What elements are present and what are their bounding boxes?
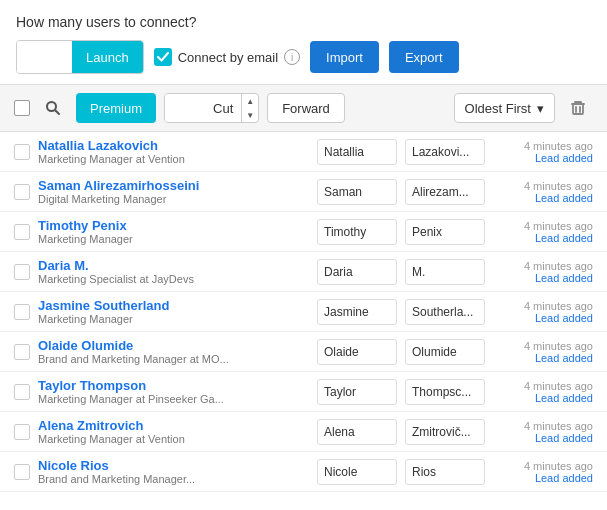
row-checkbox-6[interactable] — [14, 384, 30, 400]
time-ago-5: 4 minutes ago — [493, 340, 593, 352]
last-name-input-2[interactable] — [405, 219, 485, 245]
lead-status-2: Lead added — [493, 232, 593, 244]
lead-status-8: Lead added — [493, 472, 593, 484]
cut-down-arrow[interactable]: ▼ — [242, 108, 258, 122]
first-name-input-1[interactable] — [317, 179, 397, 205]
time-section-2: 4 minutes ago Lead added — [493, 220, 593, 244]
last-name-input-0[interactable] — [405, 139, 485, 165]
time-ago-8: 4 minutes ago — [493, 460, 593, 472]
svg-line-1 — [56, 111, 60, 115]
sort-dropdown[interactable]: Oldest First ▾ — [454, 93, 555, 123]
person-info-8: Nicole Rios Brand and Marketing Manager.… — [38, 458, 309, 485]
first-name-input-0[interactable] — [317, 139, 397, 165]
svg-point-0 — [47, 102, 56, 111]
first-name-input-6[interactable] — [317, 379, 397, 405]
person-name-5[interactable]: Olaide Olumide — [38, 338, 309, 353]
person-name-4[interactable]: Jasmine Southerland — [38, 298, 309, 313]
first-name-input-8[interactable] — [317, 459, 397, 485]
time-ago-0: 4 minutes ago — [493, 140, 593, 152]
time-section-7: 4 minutes ago Lead added — [493, 420, 593, 444]
person-role-3: Marketing Specialist at JayDevs — [38, 273, 309, 285]
delete-button[interactable] — [563, 93, 593, 123]
row-checkbox-4[interactable] — [14, 304, 30, 320]
person-name-1[interactable]: Saman Alirezamirhosseini — [38, 178, 309, 193]
list-item: Timothy Penix Marketing Manager 4 minute… — [0, 212, 607, 252]
lead-status-7: Lead added — [493, 432, 593, 444]
export-button[interactable]: Export — [389, 41, 459, 73]
person-name-8[interactable]: Nicole Rios — [38, 458, 309, 473]
row-checkbox-7[interactable] — [14, 424, 30, 440]
time-ago-6: 4 minutes ago — [493, 380, 593, 392]
connect-email-checkbox[interactable] — [154, 48, 172, 66]
first-name-input-7[interactable] — [317, 419, 397, 445]
launch-button[interactable]: Launch — [72, 41, 143, 73]
list-item: Jasmine Southerland Marketing Manager 4 … — [0, 292, 607, 332]
row-checkbox-3[interactable] — [14, 264, 30, 280]
list-item: Natallia Lazakovich Marketing Manager at… — [0, 132, 607, 172]
last-name-input-3[interactable] — [405, 259, 485, 285]
lead-status-5: Lead added — [493, 352, 593, 364]
row-checkbox-8[interactable] — [14, 464, 30, 480]
controls-row: Launch Connect by email i Import Export — [16, 40, 591, 74]
forward-button[interactable]: Forward — [267, 93, 345, 123]
person-info-7: Alena Zmitrovich Marketing Manager at Ve… — [38, 418, 309, 445]
search-button[interactable] — [38, 93, 68, 123]
person-name-7[interactable]: Alena Zmitrovich — [38, 418, 309, 433]
person-role-0: Marketing Manager at Vention — [38, 153, 309, 165]
cut-input[interactable] — [165, 94, 205, 122]
person-role-4: Marketing Manager — [38, 313, 309, 325]
last-name-input-5[interactable] — [405, 339, 485, 365]
people-list: Natallia Lazakovich Marketing Manager at… — [0, 132, 607, 492]
person-name-2[interactable]: Timothy Penix — [38, 218, 309, 233]
cut-up-arrow[interactable]: ▲ — [242, 94, 258, 108]
lead-status-1: Lead added — [493, 192, 593, 204]
person-info-1: Saman Alirezamirhosseini Digital Marketi… — [38, 178, 309, 205]
person-role-5: Brand and Marketing Manager at MO... — [38, 353, 309, 365]
row-checkbox-1[interactable] — [14, 184, 30, 200]
svg-rect-2 — [573, 104, 583, 114]
row-checkbox-2[interactable] — [14, 224, 30, 240]
last-name-input-7[interactable] — [405, 419, 485, 445]
person-name-6[interactable]: Taylor Thompson — [38, 378, 309, 393]
user-count-input[interactable] — [17, 41, 72, 73]
time-section-0: 4 minutes ago Lead added — [493, 140, 593, 164]
time-ago-7: 4 minutes ago — [493, 420, 593, 432]
lead-status-6: Lead added — [493, 392, 593, 404]
last-name-input-1[interactable] — [405, 179, 485, 205]
lead-status-0: Lead added — [493, 152, 593, 164]
connect-by-email-group: Connect by email i — [154, 48, 300, 66]
list-item: Nicole Rios Brand and Marketing Manager.… — [0, 452, 607, 492]
first-name-input-2[interactable] — [317, 219, 397, 245]
person-role-8: Brand and Marketing Manager... — [38, 473, 309, 485]
time-section-3: 4 minutes ago Lead added — [493, 260, 593, 284]
last-name-input-8[interactable] — [405, 459, 485, 485]
select-all-checkbox[interactable] — [14, 100, 30, 116]
person-name-3[interactable]: Daria M. — [38, 258, 309, 273]
last-name-input-4[interactable] — [405, 299, 485, 325]
person-info-4: Jasmine Southerland Marketing Manager — [38, 298, 309, 325]
sort-label: Oldest First — [465, 101, 531, 116]
launch-group: Launch — [16, 40, 144, 74]
person-role-7: Marketing Manager at Vention — [38, 433, 309, 445]
lead-status-3: Lead added — [493, 272, 593, 284]
person-info-0: Natallia Lazakovich Marketing Manager at… — [38, 138, 309, 165]
premium-button[interactable]: Premium — [76, 93, 156, 123]
info-icon[interactable]: i — [284, 49, 300, 65]
time-ago-4: 4 minutes ago — [493, 300, 593, 312]
first-name-input-4[interactable] — [317, 299, 397, 325]
toolbar: Premium Cut ▲ ▼ Forward Oldest First ▾ — [0, 84, 607, 132]
time-ago-1: 4 minutes ago — [493, 180, 593, 192]
person-role-2: Marketing Manager — [38, 233, 309, 245]
first-name-input-3[interactable] — [317, 259, 397, 285]
first-name-input-5[interactable] — [317, 339, 397, 365]
person-name-0[interactable]: Natallia Lazakovich — [38, 138, 309, 153]
time-section-6: 4 minutes ago Lead added — [493, 380, 593, 404]
cut-arrows: ▲ ▼ — [241, 94, 258, 122]
top-section: How many users to connect? Launch Connec… — [0, 0, 607, 84]
row-checkbox-5[interactable] — [14, 344, 30, 360]
lead-status-4: Lead added — [493, 312, 593, 324]
row-checkbox-0[interactable] — [14, 144, 30, 160]
time-section-5: 4 minutes ago Lead added — [493, 340, 593, 364]
last-name-input-6[interactable] — [405, 379, 485, 405]
import-button[interactable]: Import — [310, 41, 379, 73]
